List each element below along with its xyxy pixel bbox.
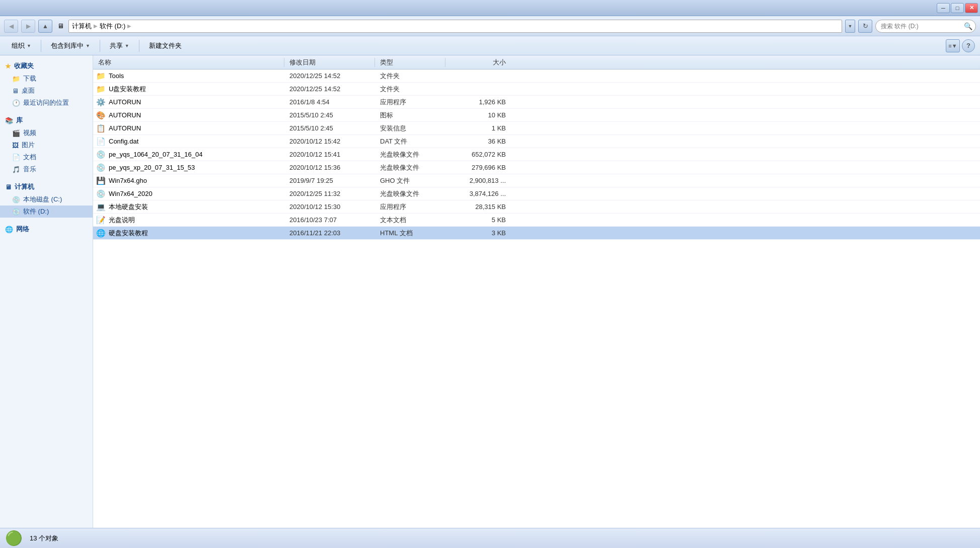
file-cell-name: 💻 本地硬盘安装	[93, 202, 284, 212]
sidebar-item-recent[interactable]: 🕐 最近访问的位置	[0, 97, 93, 109]
table-row[interactable]: 🌐 硬盘安装教程 2016/11/21 22:03 HTML 文档 3 KB	[93, 227, 980, 240]
table-row[interactable]: 🎨 AUTORUN 2015/5/10 2:45 图标 10 KB	[93, 109, 980, 122]
file-name: AUTORUN	[109, 124, 141, 132]
search-icon[interactable]: 🔍	[963, 21, 973, 31]
table-row[interactable]: 📋 AUTORUN 2015/5/10 2:45 安装信息 1 KB	[93, 122, 980, 135]
minimize-button[interactable]: ─	[937, 3, 950, 13]
file-name: pe_yqs_xp_20_07_31_15_53	[109, 164, 195, 171]
title-bar: ─ □ ✕	[0, 0, 980, 16]
file-cell-size: 28,315 KB	[445, 203, 511, 211]
new-folder-label: 新建文件夹	[149, 41, 182, 50]
desktop-icon: 🖥	[12, 87, 19, 95]
file-cell-type: 文件夹	[375, 72, 445, 81]
file-cell-date: 2020/10/12 15:30	[284, 203, 375, 211]
address-dropdown-button[interactable]: ▼	[845, 20, 855, 33]
sidebar-item-d-drive[interactable]: 💿 软件 (D:)	[0, 206, 93, 218]
toolbar-right: ≡▼ ?	[946, 39, 975, 52]
file-cell-type: 光盘映像文件	[375, 189, 445, 198]
breadcrumb-computer[interactable]: 计算机	[72, 22, 92, 31]
new-folder-button[interactable]: 新建文件夹	[142, 38, 188, 53]
column-date-header[interactable]: 修改日期	[284, 58, 375, 67]
file-name: AUTORUN	[109, 98, 141, 106]
table-row[interactable]: 📄 Config.dat 2020/10/12 15:42 DAT 文件 36 …	[93, 135, 980, 148]
refresh-button[interactable]: ↻	[858, 20, 872, 33]
file-icon: 💾	[96, 176, 106, 185]
table-row[interactable]: 💻 本地硬盘安装 2020/10/12 15:30 应用程序 28,315 KB	[93, 200, 980, 214]
organize-button[interactable]: 组织 ▼	[5, 38, 38, 53]
favorites-icon: ★	[5, 62, 11, 70]
file-cell-date: 2016/10/23 7:07	[284, 216, 375, 224]
column-size-header[interactable]: 大小	[445, 58, 511, 67]
include-dropdown-icon: ▼	[86, 43, 90, 48]
back-button[interactable]: ◀	[4, 20, 18, 33]
library-icon: 📚	[5, 117, 13, 124]
breadcrumb-separator-2: ▶	[127, 23, 131, 29]
file-cell-type: 文本文档	[375, 216, 445, 225]
sidebar-section-favorites: ★ 收藏夹 📁 下载 🖥 桌面 🕐 最近访问的位置	[0, 59, 93, 109]
file-icon: 📁	[96, 85, 106, 94]
column-name-header[interactable]: 名称	[93, 58, 284, 67]
file-cell-type: 文件夹	[375, 85, 445, 94]
sidebar-item-documents[interactable]: 📄 文档	[0, 151, 93, 163]
change-view-button[interactable]: ≡▼	[946, 39, 960, 52]
file-cell-date: 2020/10/12 15:41	[284, 151, 375, 158]
up-button[interactable]: ▲	[38, 20, 52, 33]
table-row[interactable]: 📝 光盘说明 2016/10/23 7:07 文本文档 5 KB	[93, 214, 980, 227]
table-row[interactable]: 💿 Win7x64_2020 2020/12/25 11:32 光盘映像文件 3…	[93, 187, 980, 200]
table-row[interactable]: 💿 pe_yqs_1064_20_07_31_16_04 2020/10/12 …	[93, 148, 980, 161]
file-cell-type: GHO 文件	[375, 176, 445, 185]
column-type-header[interactable]: 类型	[375, 58, 445, 67]
help-button[interactable]: ?	[962, 39, 975, 52]
search-input[interactable]	[875, 20, 976, 33]
sidebar-item-downloads[interactable]: 📁 下载	[0, 73, 93, 85]
file-icon: 📋	[96, 124, 106, 133]
c-drive-icon: 💿	[12, 196, 20, 203]
forward-button[interactable]: ▶	[21, 20, 35, 33]
file-cell-date: 2020/12/25 14:52	[284, 72, 375, 80]
sidebar-item-pictures[interactable]: 🖼 图片	[0, 139, 93, 151]
sidebar-item-c-drive[interactable]: 💿 本地磁盘 (C:)	[0, 193, 93, 206]
table-row[interactable]: ⚙️ AUTORUN 2016/1/8 4:54 应用程序 1,926 KB	[93, 96, 980, 109]
file-cell-name: 📁 U盘安装教程	[93, 85, 284, 94]
share-button[interactable]: 共享 ▼	[103, 38, 136, 53]
file-cell-name: 📋 AUTORUN	[93, 124, 284, 133]
file-name: Win7x64_2020	[109, 190, 153, 197]
file-icon: ⚙️	[96, 98, 106, 107]
include-library-button[interactable]: 包含到库中 ▼	[44, 38, 97, 53]
breadcrumb-drive[interactable]: 软件 (D:)	[100, 22, 125, 31]
computer-label: 计算机	[15, 182, 34, 191]
d-drive-icon: 💿	[12, 208, 20, 216]
sidebar-header-library[interactable]: 📚 库	[0, 114, 93, 127]
sidebar-item-video[interactable]: 🎬 视频	[0, 127, 93, 139]
maximize-button[interactable]: □	[951, 3, 964, 13]
sidebar-header-computer[interactable]: 🖥 计算机	[0, 180, 93, 193]
table-row[interactable]: 📁 Tools 2020/12/25 14:52 文件夹	[93, 70, 980, 83]
file-cell-size: 2,900,813 ...	[445, 177, 511, 184]
documents-label: 文档	[23, 153, 36, 162]
table-row[interactable]: 💾 Win7x64.gho 2019/9/7 19:25 GHO 文件 2,90…	[93, 174, 980, 187]
close-button[interactable]: ✕	[965, 3, 978, 13]
file-cell-date: 2016/1/8 4:54	[284, 98, 375, 106]
table-row[interactable]: 📁 U盘安装教程 2020/12/25 14:52 文件夹	[93, 83, 980, 96]
sidebar-header-network[interactable]: 🌐 网络	[0, 223, 93, 236]
sidebar-item-desktop[interactable]: 🖥 桌面	[0, 85, 93, 97]
view-icon: ≡▼	[948, 43, 957, 49]
file-cell-date: 2019/9/7 19:25	[284, 177, 375, 184]
sidebar-section-network: 🌐 网络	[0, 223, 93, 236]
toolbar-separator-2	[100, 40, 100, 52]
status-bar: 🟢 13 个对象	[0, 528, 980, 548]
file-cell-date: 2020/12/25 11:32	[284, 190, 375, 197]
file-cell-size: 10 KB	[445, 111, 511, 119]
file-icon: 🎨	[96, 111, 106, 120]
sidebar-item-music[interactable]: 🎵 音乐	[0, 163, 93, 175]
file-cell-type: 图标	[375, 111, 445, 120]
c-drive-label: 本地磁盘 (C:)	[23, 195, 62, 204]
sidebar-header-favorites[interactable]: ★ 收藏夹	[0, 59, 93, 73]
column-header: 名称 修改日期 类型 大小	[93, 55, 980, 70]
title-bar-buttons: ─ □ ✕	[937, 3, 978, 13]
file-icon: 💿	[96, 163, 106, 172]
file-cell-size: 36 KB	[445, 138, 511, 145]
sidebar-section-computer: 🖥 计算机 💿 本地磁盘 (C:) 💿 软件 (D:)	[0, 180, 93, 218]
file-icon: 💻	[96, 202, 106, 212]
table-row[interactable]: 💿 pe_yqs_xp_20_07_31_15_53 2020/10/12 15…	[93, 161, 980, 174]
